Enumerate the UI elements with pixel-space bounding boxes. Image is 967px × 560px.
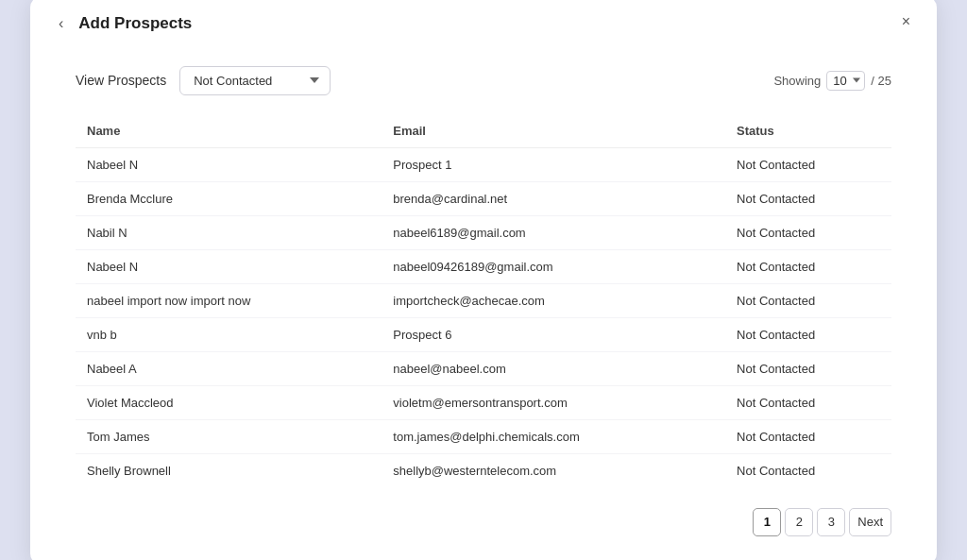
pagination: 1 2 3 Next: [76, 508, 891, 536]
table-row: Tom James tom.james@delphi.chemicals.com…: [76, 419, 891, 453]
table-row: Nabeel N nabeel09426189@gmail.com Not Co…: [76, 249, 891, 283]
showing-label: Showing: [773, 74, 821, 88]
page-3-button[interactable]: 3: [817, 508, 845, 536]
close-button[interactable]: ×: [896, 11, 916, 32]
table-row: Brenda Mcclure brenda@cardinal.net Not C…: [76, 181, 891, 215]
cell-status: Not Contacted: [725, 181, 891, 215]
showing-count-wrapper: 10 25 50: [826, 71, 865, 91]
cell-email: tom.james@delphi.chemicals.com: [382, 419, 725, 453]
col-name: Name: [76, 116, 382, 148]
cell-email: Prospect 6: [382, 317, 725, 351]
cell-email: nabeel6189@gmail.com: [382, 215, 725, 249]
view-prospects-label: View Prospects: [76, 73, 166, 88]
table-row: Shelly Brownell shellyb@westerntelecom.c…: [76, 453, 891, 487]
add-prospects-modal: ‹ Add Prospects × View Prospects Not Con…: [30, 0, 937, 560]
cell-name: Nabeel N: [76, 249, 382, 283]
modal-body: View Prospects Not Contacted Contacted A…: [30, 47, 937, 561]
table-row: Nabeel A nabeel@nabeel.com Not Contacted: [76, 351, 891, 385]
cell-status: Not Contacted: [725, 385, 891, 419]
table-row: nabeel import now import now importcheck…: [76, 283, 891, 317]
cell-name: Violet Maccleod: [76, 385, 382, 419]
filter-select-wrapper: Not Contacted Contacted All: [179, 66, 331, 95]
cell-name: Nabeel A: [76, 351, 382, 385]
cell-status: Not Contacted: [725, 249, 891, 283]
cell-status: Not Contacted: [725, 283, 891, 317]
table-row: Nabil N nabeel6189@gmail.com Not Contact…: [76, 215, 891, 249]
cell-name: Nabil N: [76, 215, 382, 249]
modal-title: Add Prospects: [78, 14, 192, 33]
cell-name: nabeel import now import now: [76, 283, 382, 317]
cell-name: Tom James: [76, 419, 382, 453]
showing-count-select[interactable]: 10 25 50: [826, 71, 865, 91]
cell-status: Not Contacted: [725, 215, 891, 249]
cell-name: Nabeel N: [76, 147, 382, 181]
table-row: Violet Maccleod violetm@emersontransport…: [76, 385, 891, 419]
showing-info: Showing 10 25 50 / 25: [773, 71, 891, 91]
back-button[interactable]: ‹: [53, 13, 69, 34]
cell-name: vnb b: [76, 317, 382, 351]
cell-status: Not Contacted: [725, 317, 891, 351]
cell-status: Not Contacted: [725, 351, 891, 385]
modal-header: ‹ Add Prospects ×: [30, 0, 937, 47]
prospects-table: Name Email Status Nabeel N Prospect 1 No…: [76, 116, 891, 487]
cell-status: Not Contacted: [725, 419, 891, 453]
page-2-button[interactable]: 2: [785, 508, 813, 536]
col-email: Email: [382, 116, 725, 148]
cell-email: nabeel09426189@gmail.com: [382, 249, 725, 283]
col-status: Status: [725, 116, 891, 148]
cell-status: Not Contacted: [725, 147, 891, 181]
table-row: Nabeel N Prospect 1 Not Contacted: [76, 147, 891, 181]
cell-status: Not Contacted: [725, 453, 891, 487]
cell-email: violetm@emersontransport.com: [382, 385, 725, 419]
filter-select[interactable]: Not Contacted Contacted All: [179, 66, 331, 95]
cell-email: nabeel@nabeel.com: [382, 351, 725, 385]
table-row: vnb b Prospect 6 Not Contacted: [76, 317, 891, 351]
cell-email: Prospect 1: [382, 147, 725, 181]
cell-email: brenda@cardinal.net: [382, 181, 725, 215]
cell-email: shellyb@westerntelecom.com: [382, 453, 725, 487]
cell-name: Brenda Mcclure: [76, 181, 382, 215]
cell-name: Shelly Brownell: [76, 453, 382, 487]
next-button[interactable]: Next: [849, 508, 891, 536]
view-prospects-row: View Prospects Not Contacted Contacted A…: [76, 66, 891, 95]
cell-email: importcheck@achecae.com: [382, 283, 725, 317]
page-1-button[interactable]: 1: [753, 508, 781, 536]
showing-total: / 25: [871, 74, 891, 88]
view-prospects-left: View Prospects Not Contacted Contacted A…: [76, 66, 331, 95]
